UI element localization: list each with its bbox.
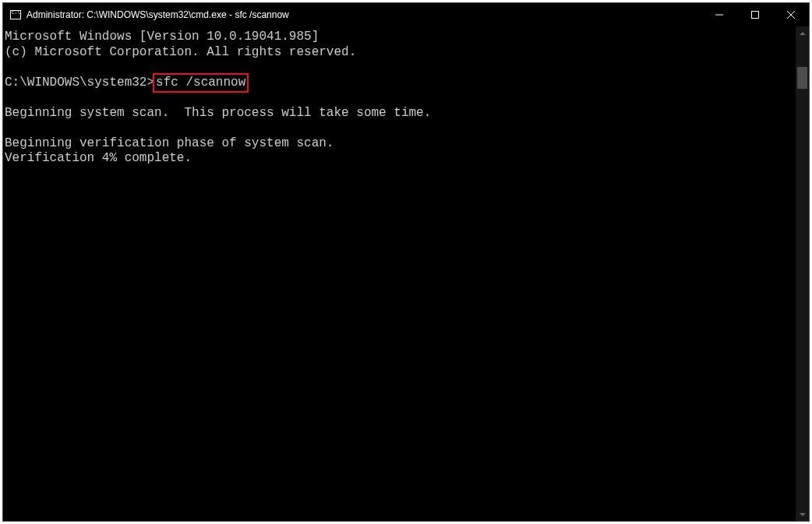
svg-rect-1 (752, 12, 759, 19)
minimize-button[interactable] (701, 3, 737, 26)
output-line: Beginning verification phase of system s… (5, 136, 794, 152)
scrollbar-up-button[interactable] (796, 26, 809, 40)
output-line: Microsoft Windows [Version 10.0.19041.98… (5, 30, 794, 45)
command-text: sfc /scannow (156, 76, 245, 90)
maximize-button[interactable] (737, 3, 773, 26)
close-button[interactable] (773, 3, 809, 26)
terminal-body: Microsoft Windows [Version 10.0.19041.98… (3, 26, 809, 521)
cmd-icon (9, 9, 22, 21)
scrollbar-down-button[interactable] (796, 508, 809, 521)
svg-marker-4 (800, 32, 806, 35)
output-line: (c) Microsoft Corporation. All rights re… (5, 45, 794, 61)
cmd-window: Administrator: C:\WINDOWS\system32\cmd.e… (2, 2, 810, 522)
command-highlight: sfc /scannow (153, 73, 249, 93)
output-line: Beginning system scan. This process will… (5, 106, 794, 121)
blank-line (5, 121, 794, 136)
output-line: Verification 4% complete. (5, 151, 794, 167)
window-title: Administrator: C:\WINDOWS\system32\cmd.e… (26, 9, 289, 20)
svg-marker-5 (800, 513, 806, 516)
blank-line (5, 90, 794, 106)
vertical-scrollbar[interactable] (796, 26, 809, 521)
blank-line (5, 60, 794, 76)
prompt-text: C:\WINDOWS\system32> (5, 76, 154, 91)
prompt-line: C:\WINDOWS\system32>sfc /scannow (5, 76, 794, 91)
scrollbar-thumb[interactable] (797, 67, 807, 89)
terminal-content[interactable]: Microsoft Windows [Version 10.0.19041.98… (3, 26, 796, 521)
window-controls (701, 3, 809, 26)
titlebar[interactable]: Administrator: C:\WINDOWS\system32\cmd.e… (3, 3, 809, 26)
